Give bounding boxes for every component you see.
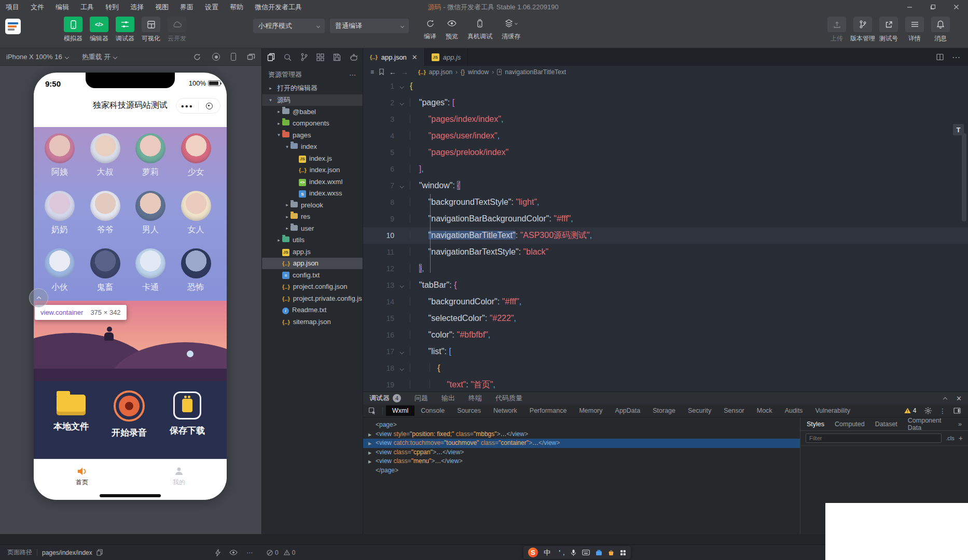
sim-more-icon[interactable]: ⋯ xyxy=(246,549,253,556)
devtools-tab-storage[interactable]: Storage xyxy=(646,405,682,416)
devtools-tab-console[interactable]: Console xyxy=(414,405,451,416)
code-line[interactable]: 7 "window": { xyxy=(363,177,968,194)
code-line[interactable]: 2 "pages": [ xyxy=(363,94,968,111)
dock-side-icon[interactable] xyxy=(953,408,961,414)
maximize-button[interactable] xyxy=(921,0,945,14)
tree-item-user[interactable]: ▸user xyxy=(262,222,363,234)
editor-tab-app.js[interactable]: JSapp.js xyxy=(425,48,468,66)
tree-item-project.private.config.js[interactable]: {..}project.private.config.js… xyxy=(262,292,363,304)
wxml-node[interactable]: <page> xyxy=(363,421,800,430)
styles-tab-styles[interactable]: Styles xyxy=(807,421,824,428)
ime-toolbar[interactable]: S 中 ＇, xyxy=(523,546,631,559)
avatar-item[interactable]: 女人 xyxy=(176,191,216,235)
code-line[interactable]: 6 ], xyxy=(363,161,968,177)
refresh-icon[interactable] xyxy=(193,53,201,61)
debugger-panel-tab[interactable]: 输出 xyxy=(441,394,455,403)
preview-eye-icon[interactable] xyxy=(229,550,238,555)
avatar-item[interactable]: 鬼畜 xyxy=(86,248,125,293)
ime-shop-icon[interactable] xyxy=(608,550,614,556)
menubar-item[interactable]: 设置 xyxy=(199,3,224,12)
compile-action-button[interactable]: 真机调试 xyxy=(463,17,496,41)
devtools-tab-network[interactable]: Network xyxy=(487,405,523,416)
tree-item-project.config.json[interactable]: {..}project.config.json xyxy=(262,281,363,293)
tree-item-Readme.txt[interactable]: iReadme.txt xyxy=(262,304,363,316)
menubar-item[interactable]: 视图 xyxy=(149,3,174,12)
code-line[interactable]: 15 "selectedColor": "#222", xyxy=(363,310,968,327)
avatar-item[interactable]: 阿姨 xyxy=(40,133,79,178)
warning-counter[interactable]: 4 xyxy=(904,407,917,414)
ime-lang-toggle[interactable]: 中 xyxy=(544,548,550,557)
tree-item-index.wxml[interactable]: <>index.wxml xyxy=(262,176,363,188)
wxml-node[interactable]: ▶<view style="position: fixed;" class="m… xyxy=(363,430,800,439)
fold-icon[interactable] xyxy=(394,94,410,111)
code-line[interactable]: 9 "navigationBarBackgroundColor": "#fff"… xyxy=(363,211,968,227)
debugger-panel-tab[interactable]: 终端 xyxy=(468,394,482,403)
devtools-more-icon[interactable]: ⋮ xyxy=(939,407,946,415)
code-line[interactable]: 11 "navigationBarTextStyle": "black" xyxy=(363,244,968,260)
tree-item-pages[interactable]: ▾pages xyxy=(262,129,363,141)
expand-arrow-icon[interactable]: ▶ xyxy=(368,449,376,458)
collapse-panel-icon[interactable] xyxy=(944,395,947,402)
menubar-item[interactable]: 工具 xyxy=(75,3,100,12)
compile-action-button[interactable]: 预览 xyxy=(441,17,462,41)
copy-path-icon[interactable] xyxy=(96,549,103,556)
back-to-top-button[interactable] xyxy=(29,288,48,307)
fold-icon[interactable] xyxy=(394,277,410,293)
code-line[interactable]: 4 "pages/user/index", xyxy=(363,128,968,144)
tree-item-[interactable]: ▸打开的编辑器 xyxy=(262,82,363,94)
device-select[interactable]: iPhone X 100% 16 xyxy=(6,53,68,61)
menubar-item[interactable]: 编辑 xyxy=(50,3,75,12)
menubar-item[interactable]: 选择 xyxy=(125,3,149,12)
record-icon[interactable] xyxy=(212,53,220,61)
mode-select[interactable]: 小程序模式 xyxy=(253,19,325,33)
devtools-tab-performance[interactable]: Performance xyxy=(523,405,573,416)
code-area[interactable]: 1{2 "pages": [3 "pages/index/index",4 "p… xyxy=(363,78,968,391)
menubar-item[interactable]: 帮助 xyxy=(224,3,249,12)
devtools-tab-sensor[interactable]: Sensor xyxy=(717,405,751,416)
problems-counter[interactable]: 0 0 xyxy=(267,549,295,556)
tree-item-index.wxss[interactable]: Sindex.wxss xyxy=(262,188,363,200)
devtools-tab-sources[interactable]: Sources xyxy=(451,405,487,416)
debugger-panel-tab[interactable]: 问题 xyxy=(414,394,428,403)
wxml-node[interactable]: </page> xyxy=(363,466,800,475)
tabbar-item-mine[interactable]: 我的 xyxy=(159,466,199,487)
phone-frame-icon[interactable] xyxy=(231,53,236,61)
code-line[interactable]: 13 "tabBar": { xyxy=(363,277,968,293)
tree-item-components[interactable]: ▸components xyxy=(262,118,363,130)
menubar-item[interactable]: 微信开发者工具 xyxy=(249,3,308,12)
debugger-panel-tab[interactable]: 调试器4 xyxy=(369,394,401,403)
hot-reload-toggle[interactable]: 热重载 开 xyxy=(82,52,117,62)
avatar-item[interactable]: 恐怖 xyxy=(176,248,216,293)
styles-tab-computed[interactable]: Computed xyxy=(835,421,865,428)
tree-item-index.json[interactable]: {..}index.json xyxy=(262,164,363,176)
ime-toolbox-icon[interactable] xyxy=(596,550,602,556)
avatar-item[interactable]: 少女 xyxy=(176,133,216,178)
tree-item-sitemap.json[interactable]: {..}sitemap.json xyxy=(262,316,363,328)
close-panel-icon[interactable]: ✕ xyxy=(956,395,962,402)
toolbar-grid-button[interactable]: 可视化 xyxy=(139,17,163,43)
avatar-item[interactable]: 奶奶 xyxy=(40,191,79,235)
tabbar-item-home[interactable]: 首页 xyxy=(62,466,102,487)
editor-more-icon[interactable]: ⋯ xyxy=(952,52,961,62)
debugger-panel-tab[interactable]: 代码质量 xyxy=(495,394,522,403)
devtools-tab-audits[interactable]: Audits xyxy=(779,405,809,416)
nav-back-icon[interactable]: ← xyxy=(389,68,396,76)
fold-icon[interactable] xyxy=(394,78,410,94)
nav-forward-icon[interactable]: → xyxy=(401,68,408,76)
devtools-tab-vulnerability[interactable]: Vulnerability xyxy=(809,405,856,416)
code-line[interactable]: 16 "color": "#bfbfbf", xyxy=(363,327,968,343)
text-size-badge[interactable]: T xyxy=(953,124,964,135)
fold-icon[interactable] xyxy=(394,177,410,194)
wxml-node[interactable]: ▶<view class="menu">…</view> xyxy=(363,457,800,466)
code-line[interactable]: 8 "backgroundTextStyle": "light", xyxy=(363,194,968,211)
avatar-item[interactable]: 卡通 xyxy=(131,248,170,293)
avatar-item[interactable]: 小伙 xyxy=(40,248,79,293)
avatar-item[interactable]: 大叔 xyxy=(86,133,125,178)
compile-action-button[interactable]: 清缓存 xyxy=(497,17,524,41)
avatar-item[interactable]: 爷爷 xyxy=(86,191,125,235)
toolbar-phone-button[interactable]: 模拟器 xyxy=(61,17,86,43)
devtools-tab-mock[interactable]: Mock xyxy=(751,405,779,416)
expand-arrow-icon[interactable]: ▶ xyxy=(368,430,376,440)
inspect-element-icon[interactable] xyxy=(368,407,376,415)
menubar-item[interactable]: 文件 xyxy=(25,3,50,12)
